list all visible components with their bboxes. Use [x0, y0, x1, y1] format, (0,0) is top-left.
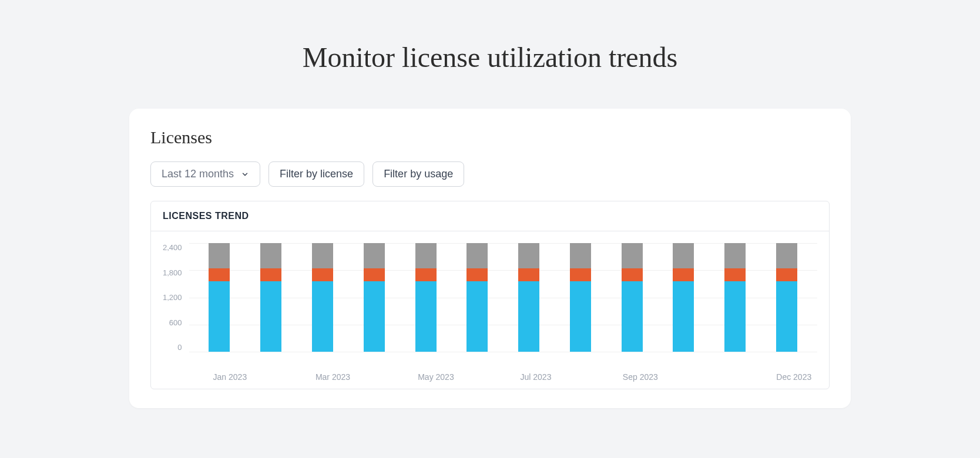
filter-usage-label: Filter by usage: [384, 168, 453, 180]
filter-bar: Last 12 months Filter by license Filter …: [150, 161, 830, 187]
filter-by-usage-button[interactable]: Filter by usage: [372, 161, 464, 187]
bar-segment-pending: [364, 268, 385, 281]
x-tick-label: [367, 372, 388, 382]
x-tick-label: Jan 2023: [213, 372, 234, 382]
chart-panel: LICENSES TREND 2,4001,8001,2006000 Jan 2…: [150, 201, 830, 389]
bar-segment-active: [415, 281, 437, 352]
plot-area: [189, 243, 817, 352]
bar-segment-active: [622, 281, 643, 352]
bar: [673, 243, 694, 352]
bar: [312, 243, 333, 352]
bar-segment-inactive: [776, 243, 797, 268]
x-tick-label: Jul 2023: [521, 372, 542, 382]
bar-segment-pending: [312, 268, 333, 281]
date-range-dropdown[interactable]: Last 12 months: [150, 161, 260, 187]
bar-segment-active: [776, 281, 797, 352]
page-title: Monitor license utilization trends: [12, 41, 968, 73]
x-tick-label: May 2023: [418, 372, 439, 382]
bar: [209, 243, 230, 352]
x-tick-label: [572, 372, 593, 382]
y-tick-label: 2,400: [163, 243, 182, 252]
bar-segment-pending: [260, 268, 281, 281]
bar-segment-inactive: [518, 243, 539, 268]
chart-title: LICENSES TREND: [151, 201, 829, 231]
bar-segment-inactive: [570, 243, 591, 268]
bar: [415, 243, 437, 352]
card-title: Licenses: [150, 127, 830, 147]
bar-segment-pending: [673, 268, 694, 281]
bar-segment-pending: [209, 268, 230, 281]
bar-segment-active: [364, 281, 385, 352]
x-tick-label: [469, 372, 490, 382]
filter-license-label: Filter by license: [280, 168, 353, 180]
bars: [189, 243, 817, 352]
x-tick-label: [264, 372, 286, 382]
bar-segment-active: [312, 281, 333, 352]
bar-segment-pending: [570, 268, 591, 281]
bar: [466, 243, 488, 352]
bar: [724, 243, 746, 352]
bar-segment-inactive: [466, 243, 488, 268]
x-tick-label: [725, 372, 746, 382]
y-tick-label: 1,200: [163, 293, 182, 302]
bar-segment-inactive: [312, 243, 333, 268]
bar: [364, 243, 385, 352]
bar-segment-active: [570, 281, 591, 352]
bar-segment-pending: [776, 268, 797, 281]
bar-segment-active: [260, 281, 281, 352]
x-tick-label: Sep 2023: [623, 372, 644, 382]
bar: [622, 243, 643, 352]
x-axis: Jan 2023Mar 2023May 2023Jul 2023Sep 2023…: [193, 372, 817, 382]
x-tick-label: [674, 372, 695, 382]
y-tick-label: 1,800: [163, 268, 182, 277]
y-tick-label: 600: [169, 318, 182, 327]
chart-body: 2,4001,8001,2006000 Jan 2023Mar 2023May …: [151, 231, 829, 389]
y-axis: 2,4001,8001,2006000: [163, 243, 189, 352]
licenses-card: Licenses Last 12 months Filter by licens…: [129, 109, 851, 408]
bar-segment-active: [518, 281, 539, 352]
date-range-label: Last 12 months: [162, 168, 234, 180]
bar-segment-pending: [622, 268, 643, 281]
bar-segment-active: [209, 281, 230, 352]
bar-segment-active: [466, 281, 488, 352]
bar: [776, 243, 797, 352]
bar-segment-pending: [724, 268, 746, 281]
page-container: Monitor license utilization trends Licen…: [12, 12, 968, 446]
x-tick-label: Mar 2023: [316, 372, 337, 382]
bar-segment-inactive: [209, 243, 230, 268]
bar-segment-inactive: [364, 243, 385, 268]
bar-segment-pending: [518, 268, 539, 281]
gridline: [189, 352, 817, 352]
bar-segment-active: [673, 281, 694, 352]
bar: [570, 243, 591, 352]
bar-segment-active: [724, 281, 746, 352]
bar-segment-inactive: [415, 243, 437, 268]
filter-by-license-button[interactable]: Filter by license: [269, 161, 364, 187]
bar: [260, 243, 281, 352]
y-tick-label: 0: [177, 343, 182, 352]
bar-segment-inactive: [724, 243, 746, 268]
bar: [518, 243, 539, 352]
x-tick-label: Dec 2023: [776, 372, 797, 382]
bar-segment-inactive: [622, 243, 643, 268]
chevron-down-icon: [241, 170, 249, 179]
bar-segment-inactive: [673, 243, 694, 268]
bar-segment-inactive: [260, 243, 281, 268]
bar-segment-pending: [466, 268, 488, 281]
bar-segment-pending: [415, 268, 437, 281]
